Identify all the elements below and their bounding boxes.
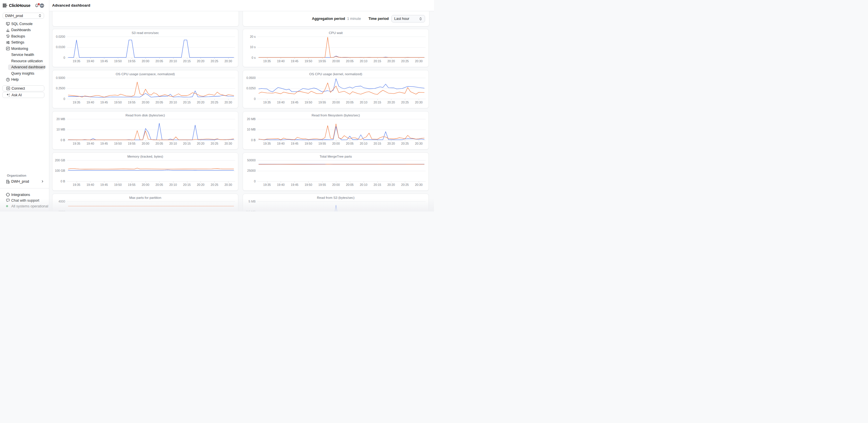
- organization-switcher[interactable]: DWH_prod: [0, 178, 49, 185]
- series-line-series-1: [68, 123, 234, 140]
- x-axis-tickmark: [350, 99, 350, 100]
- y-axis-tick-label: 0 s: [243, 56, 256, 60]
- series-line-series-2: [68, 168, 234, 169]
- aggregation-period-label: Aggregation period: [312, 17, 345, 21]
- sidebar-nav: SQL ConsoleDashboardsBackupsSettingsMoni…: [0, 21, 49, 83]
- y-axis-tick-label: 2000: [53, 210, 65, 212]
- sidebar-item-help[interactable]: Help: [0, 77, 49, 83]
- x-axis-tick-label: 19:50: [112, 142, 124, 145]
- x-axis-tick-label: 20:10: [167, 59, 180, 63]
- chart-panel-os-cpu-usage-kernel-normalized-: OS CPU usage (kernel, normalized)0.05000…: [243, 70, 429, 108]
- gridline: [67, 58, 235, 58]
- service-select[interactable]: DWH_prod: [3, 13, 44, 19]
- connect-label: Connect: [11, 87, 25, 91]
- sidebar-item-label: SQL Console: [11, 22, 33, 26]
- x-axis-tick-label: 19:40: [274, 142, 287, 145]
- monitoring-icon: [6, 46, 10, 51]
- sidebar-item-label: Service health: [11, 53, 34, 57]
- x-axis-tick-label: 20:10: [358, 59, 370, 63]
- sidebar-item-resource-utilization[interactable]: Resource utilization: [0, 58, 49, 64]
- x-axis-tick-label: 20:15: [371, 142, 384, 145]
- x-axis-tickmark: [104, 140, 104, 141]
- sidebar-item-settings[interactable]: Settings: [0, 39, 49, 46]
- chart-panel-total-mergetree-parts: Total MergeTree parts5000025000019:3519:…: [243, 153, 429, 191]
- x-axis-tick-label: 20:20: [385, 101, 397, 104]
- chart-title: OS CPU usage (kernel, normalized): [243, 72, 429, 76]
- x-axis-tickmark: [200, 58, 201, 59]
- x-axis-tickmark: [364, 140, 364, 141]
- chart-plot: [67, 119, 235, 140]
- chart-title: CPU wait: [243, 31, 429, 35]
- dashboard-content: Aggregation period 1 minute Time period …: [49, 11, 434, 212]
- sidebar-item-monitoring[interactable]: Monitoring: [0, 45, 49, 52]
- chart-panel-read-from-disk-bytes-sec-: Read from disk (bytes/sec)20 MB10 MB0 B1…: [52, 111, 238, 150]
- time-period-select[interactable]: Last hour: [391, 15, 425, 23]
- x-axis-tickmark: [187, 58, 187, 59]
- x-axis-tick-label: 19:35: [70, 142, 83, 145]
- x-axis-tickmark: [118, 58, 118, 59]
- x-axis-tick-label: 19:55: [125, 183, 138, 187]
- status-green-dot: [6, 205, 8, 207]
- ask-ai-button[interactable]: Ask AI: [2, 92, 44, 98]
- footer-item-all-systems-operational[interactable]: All systems operational: [0, 203, 49, 209]
- x-axis-tick-label: 20:00: [330, 59, 342, 63]
- notifications-bell-icon[interactable]: [35, 3, 39, 8]
- x-axis-tick-label: 19:40: [84, 101, 97, 104]
- y-axis-tick-label: 0.5000: [53, 76, 65, 80]
- y-axis-tick-label: 0 B: [243, 138, 256, 142]
- x-axis-tickmark: [200, 181, 201, 183]
- footer-item-integrations[interactable]: Integrations: [0, 192, 49, 198]
- x-axis-tick-label: 20:00: [330, 101, 342, 104]
- series-line-series-1: [259, 205, 424, 212]
- x-axis-tickmark: [419, 58, 419, 59]
- chart-title: Total MergeTree parts: [243, 155, 429, 158]
- gridline: [67, 181, 235, 182]
- x-axis-tick-label: 20:20: [385, 183, 397, 187]
- clickhouse-console: ClickHouse SH DWH_prod SQL ConsoleDashbo…: [0, 0, 434, 212]
- y-axis-tick-label: 5 MB: [243, 200, 256, 203]
- aggregation-period-value: 1 minute: [347, 17, 361, 21]
- dashboard-controls: Aggregation period 1 minute Time period …: [312, 15, 425, 23]
- x-axis-tickmark: [350, 58, 350, 59]
- sidebar-item-query-insights[interactable]: Query insights: [0, 70, 49, 77]
- x-axis-tickmark: [322, 140, 322, 141]
- chevron-up-down-icon: [419, 17, 422, 21]
- connect-icon: [6, 86, 10, 91]
- x-axis-tickmark: [308, 140, 309, 141]
- x-axis-tickmark: [350, 181, 350, 183]
- x-axis-tick-label: 19:40: [84, 142, 97, 145]
- x-axis-tick-label: 19:35: [261, 59, 274, 63]
- x-axis-tickmark: [308, 181, 309, 183]
- y-axis-tick-label: 0.2500: [53, 87, 65, 90]
- avatar[interactable]: SH: [40, 3, 44, 8]
- sidebar-item-service-health[interactable]: Service health: [0, 52, 49, 58]
- sidebar-item-advanced-dashboard[interactable]: Advanced dashboard: [0, 64, 49, 71]
- x-axis-tick-label: 19:50: [112, 101, 124, 104]
- footer-item-chat-with-support[interactable]: Chat with support: [0, 198, 49, 203]
- x-axis-tickmark: [146, 181, 146, 183]
- puzzle-icon: [6, 193, 10, 197]
- x-axis-tickmark: [118, 140, 118, 141]
- series-line-series-1: [259, 56, 424, 57]
- sidebar-item-dashboards[interactable]: Dashboards: [0, 27, 49, 33]
- footer-item-label: All systems operational: [11, 204, 49, 208]
- x-axis-tick-label: 19:50: [302, 59, 315, 63]
- x-axis-tick-label: 20:20: [194, 183, 207, 187]
- x-axis-tickmark: [267, 58, 268, 59]
- x-axis-tickmark: [228, 181, 228, 183]
- x-axis-tickmark: [104, 181, 104, 183]
- x-axis-tickmark: [377, 58, 378, 59]
- sidebar-item-backups[interactable]: Backups: [0, 33, 49, 39]
- chart-title: Read from S3 (bytes/sec): [243, 196, 429, 199]
- sidebar-item-label: Resource utilization: [11, 59, 43, 63]
- x-axis-tick-label: 20:05: [343, 142, 356, 145]
- x-axis-tickmark: [146, 140, 146, 141]
- y-axis-tick-label: 4000: [53, 200, 65, 203]
- sidebar-item-sql-console[interactable]: SQL Console: [0, 21, 49, 27]
- series-line-series-2: [68, 82, 234, 97]
- x-axis-tick-label: 19:55: [316, 183, 329, 187]
- connect-button[interactable]: Connect: [2, 85, 44, 91]
- x-axis-tickmark: [132, 181, 132, 183]
- x-axis-tick-label: 19:35: [70, 183, 83, 187]
- chart-plot: [257, 119, 426, 140]
